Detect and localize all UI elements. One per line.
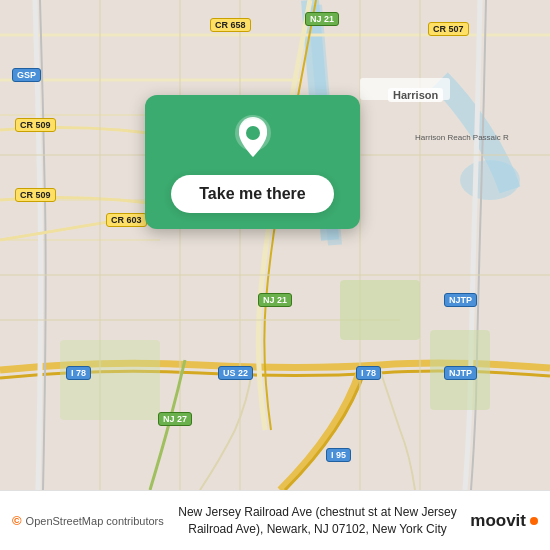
label-nj27: NJ 27 <box>158 412 192 426</box>
label-nj21-top: NJ 21 <box>305 12 339 26</box>
footer-address: New Jersey Railroad Ave (chestnut st at … <box>165 504 471 536</box>
svg-point-23 <box>246 126 260 140</box>
label-i78-left: I 78 <box>66 366 91 380</box>
footer-attribution: © OpenStreetMap contributors <box>12 513 165 528</box>
label-cr507: CR 507 <box>428 22 469 36</box>
label-njtp-mid: NJTP <box>444 293 477 307</box>
osm-copyright-icon: © <box>12 513 22 528</box>
footer-bar: © OpenStreetMap contributors New Jersey … <box>0 490 550 550</box>
take-me-there-button[interactable]: Take me there <box>171 175 333 213</box>
svg-rect-15 <box>340 280 420 340</box>
label-i78-right: I 78 <box>356 366 381 380</box>
label-gsp: GSP <box>12 68 41 82</box>
label-njtp-bot: NJTP <box>444 366 477 380</box>
svg-text:Harrison Reach Passaic R: Harrison Reach Passaic R <box>415 133 509 142</box>
map-container: Harrison Reach Passaic R CR 658 NJ 21 CR… <box>0 0 550 490</box>
moovit-dot-icon <box>530 517 538 525</box>
svg-point-1 <box>460 160 520 200</box>
label-us22: US 22 <box>218 366 253 380</box>
svg-rect-17 <box>60 340 160 420</box>
osm-contributors-text: OpenStreetMap contributors <box>26 515 164 527</box>
label-cr658: CR 658 <box>210 18 251 32</box>
label-harrison: Harrison <box>388 88 443 102</box>
label-cr509-mid: CR 509 <box>15 188 56 202</box>
label-cr509-top: CR 509 <box>15 118 56 132</box>
label-i95: I 95 <box>326 448 351 462</box>
moovit-logo: moovit <box>470 511 538 531</box>
moovit-text: moovit <box>470 511 526 531</box>
location-card: Take me there <box>145 95 360 229</box>
label-nj21-mid: NJ 21 <box>258 293 292 307</box>
label-cr603: CR 603 <box>106 213 147 227</box>
location-pin-icon <box>227 113 279 165</box>
map-svg: Harrison Reach Passaic R <box>0 0 550 490</box>
